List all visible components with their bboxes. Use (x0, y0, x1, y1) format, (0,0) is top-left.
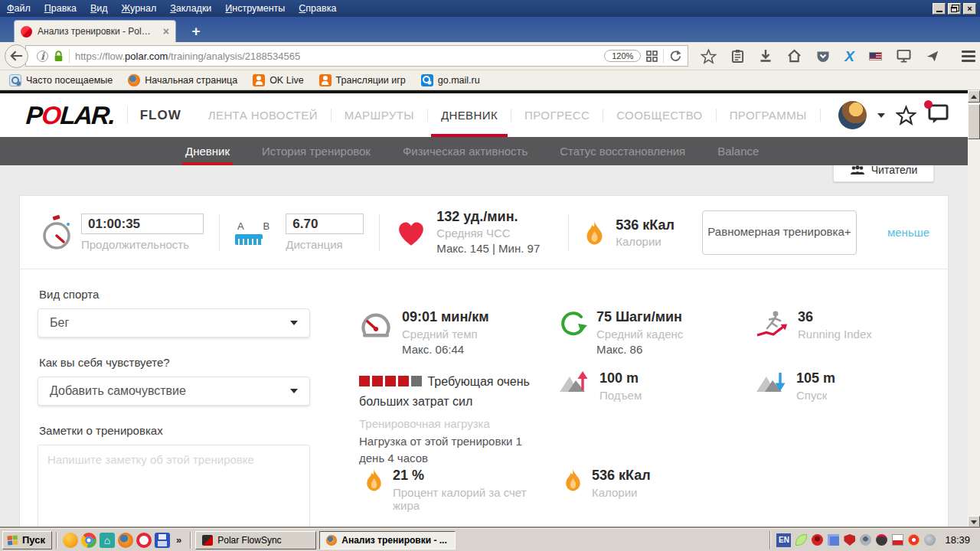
bookmark-home[interactable]: Начальная страница (128, 74, 237, 86)
task-training-analysis[interactable]: Анализ тренировки - ... (319, 531, 456, 549)
start-button[interactable]: Пуск (2, 531, 52, 549)
menu-file[interactable]: Файл (0, 0, 38, 17)
tray-swirl-icon[interactable] (876, 534, 887, 546)
page-info-icon[interactable]: i (37, 51, 48, 62)
task-polar-flowsync[interactable]: Polar FlowSync (195, 531, 316, 549)
address-bar[interactable]: i https://flow.polar.com/training/analys… (25, 45, 688, 67)
tray-webcam-icon[interactable] (860, 534, 871, 546)
running-index-value: 36 (798, 309, 872, 325)
feeling-select[interactable]: Добавить самочувствие (38, 377, 310, 406)
reload-icon[interactable] (669, 50, 681, 62)
zoom-level-badge[interactable]: 120% (604, 50, 641, 62)
quicklaunch-opera-icon[interactable] (136, 533, 152, 548)
screen: Файл Правка Вид Журнал Закладки Инструме… (0, 0, 980, 551)
training-type-button[interactable]: Равномерная тренировка+ (702, 210, 857, 255)
tray-network-icon[interactable] (828, 534, 839, 546)
quicklaunch-chrome-icon[interactable] (81, 533, 96, 548)
minimize-button[interactable] (933, 3, 946, 15)
menu-hamburger-icon[interactable] (962, 51, 975, 62)
menu-bookmarks[interactable]: Закладки (163, 0, 218, 17)
page-scrollbar[interactable] (968, 90, 980, 528)
fat-label: Процент калорий за счет жира (393, 486, 532, 512)
bookmark-star-icon[interactable] (701, 48, 717, 64)
quicklaunch-amigo-icon[interactable] (63, 533, 78, 548)
new-tab-button[interactable]: + (186, 23, 206, 40)
account-caret-icon[interactable] (877, 113, 885, 118)
pace-value: 09:01 мин/км (402, 309, 489, 325)
subnav-activity[interactable]: Физическая активность (400, 137, 531, 165)
restore-button[interactable] (948, 3, 961, 15)
scroll-up-button[interactable] (968, 90, 980, 103)
running-index-icon (755, 309, 789, 338)
nav-progress[interactable]: ПРОГРЕСС (514, 93, 599, 137)
training-form: Вид спорта Бег Как вы себя чувствуете? Д… (38, 288, 310, 528)
bookmark-go-mail[interactable]: go.mail.ru (421, 74, 480, 86)
page-tiles-icon[interactable] (646, 51, 658, 62)
subnav-balance[interactable]: Balance (714, 137, 762, 165)
duration-input[interactable] (81, 214, 204, 234)
bookmarks-menu-icon[interactable] (731, 49, 744, 64)
us-flag-icon[interactable] (869, 52, 882, 60)
tray-antivirus-icon[interactable] (908, 534, 920, 546)
frequent-sites-icon (9, 74, 21, 86)
nav-programs[interactable]: ПРОГРАММЫ (720, 93, 817, 137)
menu-view[interactable]: Вид (83, 0, 115, 17)
pace-stat: 09:01 мин/км Средний темп Макс. 06:44 (359, 309, 489, 356)
nav-news-feed[interactable]: ЛЕНТА НОВОСТЕЙ (198, 93, 328, 137)
screenshare-icon[interactable] (897, 49, 911, 63)
favorites-star-icon[interactable] (896, 105, 916, 126)
close-button[interactable]: × (963, 3, 976, 15)
downloads-icon[interactable] (759, 49, 773, 63)
bookmark-ok-live[interactable]: OK Live (253, 74, 303, 86)
tray-shield-icon[interactable] (844, 534, 855, 546)
notes-textarea[interactable] (38, 445, 310, 528)
distance-input[interactable] (286, 214, 364, 234)
subnav-training-history[interactable]: История тренировок (259, 137, 374, 165)
menu-tools[interactable]: Инструменты (218, 0, 292, 17)
x-extension-icon[interactable]: X (844, 49, 854, 64)
tray-volume-icon[interactable] (924, 534, 936, 546)
nav-community[interactable]: СООБЩЕСТВО (606, 93, 712, 137)
running-index-stat: 36 Running Index (755, 309, 872, 341)
tray-bug-icon[interactable] (812, 534, 823, 546)
notifications-chat-icon[interactable] (927, 103, 949, 127)
subnav-recovery-status[interactable]: Статус восстановления (557, 137, 688, 165)
language-indicator[interactable]: EN (776, 533, 791, 547)
home-icon[interactable] (787, 49, 802, 63)
scrollbar-thumb[interactable] (968, 104, 980, 139)
taskbar-clock: 18:39 (945, 534, 970, 546)
ascent-label: Подъем (599, 389, 642, 402)
tab-close-icon[interactable]: × (163, 26, 169, 37)
less-link[interactable]: меньше (887, 226, 929, 239)
subnav-diary[interactable]: Дневник (182, 137, 233, 165)
pace-label: Средний темп (402, 328, 489, 341)
polar-logo[interactable]: POLAR. (24, 93, 116, 137)
scroll-down-button[interactable] (968, 516, 980, 528)
firefox-icon (128, 74, 140, 86)
menu-edit[interactable]: Правка (38, 0, 83, 17)
heart-rate-block: 132 уд./мин. Средняя ЧСС Макс. 145 | Мин… (436, 209, 553, 255)
toolbar-icons: X (701, 48, 975, 64)
bookmark-streams[interactable]: Трансляции игр (319, 74, 406, 86)
sport-select[interactable]: Бег (38, 308, 310, 337)
tray-sync-check-icon[interactable] (892, 534, 903, 546)
mountain-down-icon (755, 370, 787, 393)
quicklaunch-home-icon[interactable]: ⌂ (100, 533, 115, 548)
menu-help[interactable]: Справка (292, 0, 343, 17)
bookmark-frequent[interactable]: Часто посещаемые (9, 74, 113, 86)
tray-leaf-icon[interactable] (795, 534, 807, 546)
pocket-icon[interactable] (816, 50, 830, 63)
quicklaunch-overflow[interactable]: » (176, 534, 181, 546)
page-content: POLAR. FLOW ЛЕНТА НОВОСТЕЙ МАРШРУТЫ ДНЕВ… (0, 90, 968, 528)
menu-history[interactable]: Журнал (115, 0, 164, 17)
quicklaunch-firefox-icon[interactable] (118, 533, 133, 548)
send-tab-icon[interactable] (926, 49, 939, 63)
fat-percent-stat: 21 % Процент калорий за счет жира (364, 468, 532, 512)
nav-routes[interactable]: МАРШРУТЫ (335, 93, 424, 137)
browser-tab[interactable]: Анализ тренировки - Polar F... × (14, 20, 176, 42)
nav-diary[interactable]: ДНЕВНИК (431, 93, 508, 137)
avatar[interactable] (838, 101, 867, 129)
quicklaunch-save-icon[interactable] (155, 533, 170, 548)
back-button[interactable] (5, 44, 28, 68)
load-title: Требующая очень больших затрат сил (359, 372, 531, 412)
